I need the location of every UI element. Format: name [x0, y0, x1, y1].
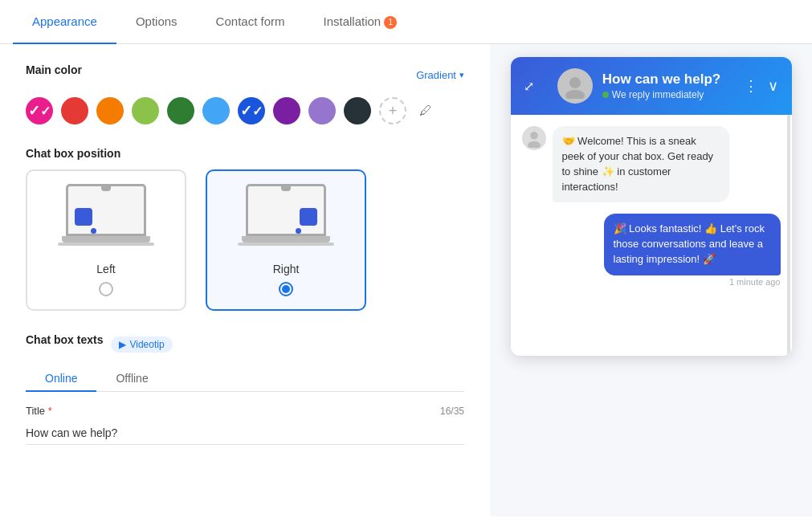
tab-installation[interactable]: Installation1 [304, 0, 416, 43]
position-right-radio[interactable] [279, 282, 293, 296]
chat-widget-title: How can we help? [602, 71, 720, 88]
char-count: 16/35 [440, 406, 464, 417]
position-card-left[interactable]: Left [26, 169, 186, 311]
add-color-button[interactable]: + [379, 97, 406, 124]
swatch-green[interactable] [167, 97, 194, 124]
svg-point-0 [569, 77, 581, 88]
eyedropper-icon[interactable]: 🖊 [414, 100, 437, 122]
main-color-header: Main color Gradient ▾ [26, 63, 464, 86]
position-card-right[interactable]: Right [206, 169, 366, 311]
laptop-right-icon [234, 184, 338, 256]
avatar [557, 68, 593, 104]
play-icon: ▶ [119, 339, 126, 350]
swatch-lavender[interactable] [308, 97, 336, 124]
swatch-lime[interactable] [132, 97, 159, 124]
chat-body: 🤝 Welcome! This is a sneak peek of your … [511, 115, 792, 356]
sub-tab-online[interactable]: Online [26, 365, 96, 391]
more-icon[interactable]: ⋮ [744, 77, 758, 95]
required-star: * [45, 405, 52, 417]
gradient-chevron-icon: ▾ [459, 70, 464, 80]
message-row-2: 🎉 Looks fantastic! 👍 Let's rock those co… [522, 214, 781, 287]
position-right-label: Right [273, 263, 300, 275]
title-label: Title * [26, 405, 52, 417]
chat-header-actions: ⋮ ∨ [744, 77, 778, 95]
main-tabs: Appearance Options Contact form Installa… [0, 0, 812, 44]
swatch-purple[interactable] [273, 97, 300, 124]
svg-point-2 [530, 132, 538, 140]
title-input[interactable] [26, 422, 464, 445]
swatch-red[interactable] [61, 97, 88, 124]
collapse-icon[interactable]: ∨ [768, 77, 778, 95]
message-time: 1 minute ago [604, 277, 781, 287]
swatch-orange[interactable] [96, 97, 124, 124]
radio-right[interactable] [279, 282, 293, 296]
right-panel: ⤢ How can we help? We reply immediately [490, 44, 812, 516]
chat-header-info: How can we help? We reply immediately [602, 71, 720, 100]
message-bubble-2: 🎉 Looks fantastic! 👍 Let's rock those co… [604, 214, 781, 275]
tab-appearance[interactable]: Appearance [13, 0, 116, 43]
chat-scrollbar[interactable] [787, 115, 790, 356]
tab-contact-form[interactable]: Contact form [197, 0, 304, 43]
swatch-pink[interactable]: ✓ [26, 97, 53, 124]
message-avatar [522, 126, 546, 150]
sub-tabs: Online Offline [26, 365, 464, 392]
position-left-label: Left [96, 263, 115, 275]
title-field-header: Title * 16/35 [26, 405, 464, 417]
color-swatches: ✓ ✓ + 🖊 [26, 97, 464, 124]
texts-header: Chat box texts ▶ Videotip [26, 333, 464, 356]
position-left-radio[interactable] [99, 282, 113, 296]
chat-texts-section: Chat box texts ▶ Videotip Online Offline… [26, 333, 464, 445]
svg-point-3 [528, 141, 541, 148]
installation-badge: 1 [384, 16, 397, 29]
expand-icon[interactable]: ⤢ [524, 79, 534, 94]
gradient-button[interactable]: Gradient ▾ [416, 69, 464, 81]
main-color-title: Main color [26, 63, 82, 76]
videotip-button[interactable]: ▶ Videotip [111, 336, 172, 353]
message-row-1: 🤝 Welcome! This is a sneak peek of your … [522, 126, 781, 202]
tab-options[interactable]: Options [116, 0, 197, 43]
laptop-left-icon [54, 184, 158, 256]
chat-position-section: Chat box position Left [26, 147, 464, 311]
message-bubble-1: 🤝 Welcome! This is a sneak peek of your … [553, 126, 729, 202]
main-content: Main color Gradient ▾ ✓ ✓ + 🖊 Chat box p… [0, 44, 812, 516]
chat-widget: ⤢ How can we help? We reply immediately [511, 57, 792, 356]
sub-tab-offline[interactable]: Offline [96, 365, 167, 391]
chat-header-left: How can we help? We reply immediately [557, 68, 720, 104]
svg-point-1 [565, 90, 585, 99]
chat-widget-subtitle: We reply immediately [602, 89, 720, 100]
online-dot-icon [602, 92, 609, 98]
swatch-blue[interactable] [202, 97, 230, 124]
position-cards: Left Rig [26, 169, 464, 311]
radio-left[interactable] [99, 282, 113, 296]
chat-texts-title: Chat box texts [26, 333, 103, 346]
left-panel: Main color Gradient ▾ ✓ ✓ + 🖊 Chat box p… [0, 44, 490, 516]
position-title: Chat box position [26, 147, 464, 160]
title-field-section: Title * 16/35 [26, 405, 464, 445]
chat-header: ⤢ How can we help? We reply immediately [511, 57, 792, 115]
swatch-dark-blue[interactable]: ✓ [238, 97, 265, 124]
swatch-dark[interactable] [344, 97, 371, 124]
